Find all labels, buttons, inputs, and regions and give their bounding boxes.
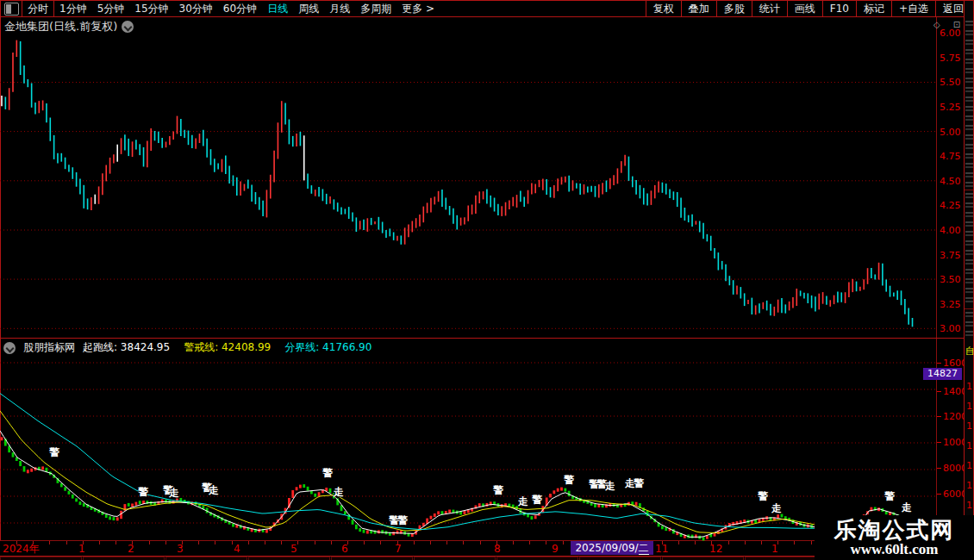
top-toolbar: 分时1分钟5分钟15分钟30分钟60分钟日线周线月线多周期更多 > 复权叠加多股… (0, 1, 973, 17)
axis-tick (937, 494, 941, 495)
toolbar-item-更多 >[interactable]: 更多 > (396, 1, 440, 17)
toolbar-button-+自选[interactable]: +自选 (891, 1, 935, 17)
date-tick (745, 541, 746, 544)
bottom-tab-cutoff[interactable] (0, 557, 82, 560)
trading-app-window: 分时1分钟5分钟15分钟30分钟60分钟日线周线月线多周期更多 > 复权叠加多股… (0, 0, 974, 560)
edge-vertical-text (965, 21, 973, 188)
bottom-tab-cutoff[interactable] (662, 557, 744, 560)
signal-marker-走: 走 (605, 479, 615, 494)
main-price-chart[interactable] (0, 17, 936, 338)
signal-marker-警: 警 (758, 489, 768, 504)
bottom-tab-cutoff[interactable] (83, 557, 165, 560)
edge-digit: 1 (966, 420, 972, 432)
chevron-down-icon[interactable] (3, 342, 16, 354)
date-label: 4 (234, 543, 240, 555)
period-toolbar: 分时1分钟5分钟15分钟30分钟60分钟日线周线月线多周期更多 > (0, 1, 440, 17)
main-axis-label: 3.50 (940, 275, 961, 284)
toolbar-item-60分钟[interactable]: 60分钟 (218, 1, 262, 17)
bottom-tab-cutoff[interactable] (414, 557, 496, 560)
date-label: 3 (177, 543, 184, 555)
date-tick (463, 541, 464, 544)
edge-vertical-text (965, 312, 973, 336)
toolbar-button-统计[interactable]: 统计 (752, 1, 787, 17)
date-tick (430, 541, 431, 544)
date-label: 8 (494, 543, 501, 555)
edge-digit: 1 (966, 401, 972, 412)
indicator-header: 股朋指标网 起跑线: 38424.95警戒线: 42408.99分界线: 417… (3, 340, 371, 355)
date-label: 1 (771, 543, 778, 555)
plot-right-border (936, 17, 937, 556)
date-tick (678, 541, 679, 544)
bottom-tab-cutoff[interactable] (331, 557, 413, 560)
date-tick (446, 541, 447, 544)
indicator-legend: 起跑线: 38424.95警戒线: 42408.99分界线: 41766.90 (83, 340, 371, 355)
signal-marker-警: 警 (634, 476, 644, 491)
axis-tick (937, 416, 941, 417)
date-tick (215, 541, 215, 544)
date-tick (513, 541, 514, 544)
signal-marker-警: 警 (397, 513, 408, 528)
legend-分界线: 分界线: 41766.90 (284, 340, 371, 355)
toolbar-item-30分钟[interactable]: 30分钟 (174, 1, 218, 17)
toolbar-item-日线[interactable]: 日线 (262, 1, 293, 17)
date-label: 9 (552, 543, 559, 555)
toolbar-item-15分钟[interactable]: 15分钟 (129, 1, 173, 17)
date-tick (794, 541, 795, 544)
date-tick (315, 541, 315, 544)
edge-tab-label[interactable]: 自 (965, 345, 974, 358)
crosshair-date-badge: 2025/09/09/二 (571, 541, 653, 555)
toolbar-item-周线[interactable]: 周线 (293, 1, 324, 17)
signal-marker-走: 走 (169, 486, 179, 501)
toolbar-button-多股[interactable]: 多股 (716, 1, 752, 17)
toolbar-button-画线[interactable]: 画线 (787, 1, 822, 17)
bottom-tab-cutoff[interactable] (165, 557, 247, 560)
toolbar-item-分时[interactable]: 分时 (22, 1, 53, 17)
sub-axis-label: 8000 (943, 464, 967, 473)
date-tick (265, 541, 265, 544)
date-tick (99, 541, 100, 544)
edge-digit: 1 (966, 460, 972, 471)
date-axis[interactable]: 2024年123456789111212025/09/09/二 (0, 541, 936, 556)
date-label: 5 (290, 543, 297, 555)
signal-marker-走: 走 (518, 495, 528, 509)
date-tick (49, 541, 50, 544)
toolbar-item-1分钟[interactable]: 1分钟 (54, 1, 92, 17)
layout-panel-icon[interactable] (4, 3, 19, 16)
main-axis-label: 3.25 (940, 300, 961, 309)
date-tick (563, 541, 564, 544)
main-axis-label: 4.50 (940, 177, 961, 186)
edge-digit: 1 (966, 500, 972, 511)
date-label: 2024年 (3, 543, 40, 555)
toolbar-item-多周期[interactable]: 多周期 (355, 1, 396, 17)
signal-marker-警: 警 (564, 473, 574, 488)
signal-marker-警: 警 (138, 485, 148, 500)
main-axis-label: 6.00 (940, 28, 961, 38)
date-label: 11 (655, 543, 668, 555)
main-axis-label: 5.50 (940, 78, 961, 87)
legend-警戒线: 警戒线: 42408.99 (184, 340, 271, 355)
bottom-tab-cutoff[interactable] (496, 557, 578, 560)
toolbar-button-F10[interactable]: F10 (822, 1, 856, 17)
main-axis-label: 5.75 (940, 53, 961, 63)
bottom-tab-cutoff[interactable] (248, 557, 330, 560)
date-label: 7 (395, 543, 402, 555)
current-value-badge: 14827 (923, 368, 962, 380)
toolbar-button-标记[interactable]: 标记 (856, 1, 891, 17)
toolbar-button-复权[interactable]: 复权 (646, 1, 681, 17)
date-label: 12 (709, 543, 722, 555)
toolbar-button-叠加[interactable]: 叠加 (681, 1, 716, 17)
main-axis-label: 4.25 (940, 201, 961, 210)
indicator-chart[interactable] (0, 356, 936, 541)
bottom-tab-cutoff[interactable] (579, 557, 661, 560)
toolbar-item-月线[interactable]: 月线 (324, 1, 355, 17)
main-axis-label: 4.00 (940, 226, 961, 235)
signal-marker-警: 警 (884, 489, 895, 504)
watermark: 乐淘公式网 www.60lt.com (815, 515, 974, 560)
date-tick (66, 541, 67, 544)
date-tick (546, 541, 546, 544)
toolbar-item-5分钟[interactable]: 5分钟 (92, 1, 130, 17)
axis-tick (937, 468, 941, 469)
date-tick (297, 541, 298, 544)
edge-divider (965, 190, 973, 190)
pane-divider (0, 338, 964, 339)
